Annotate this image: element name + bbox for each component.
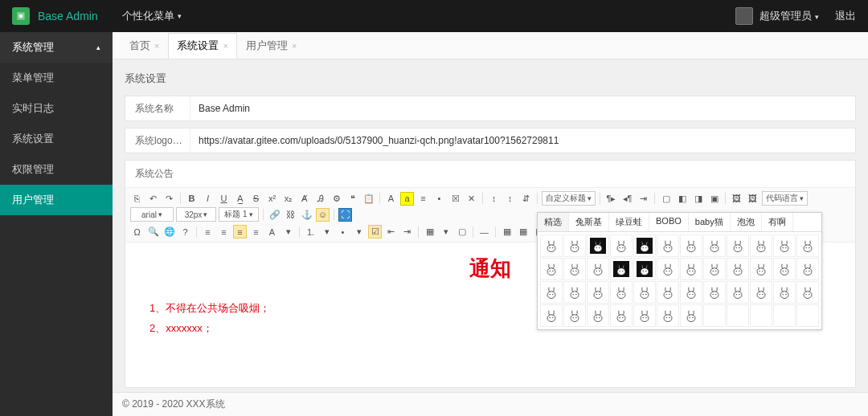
image-right-icon[interactable]: ◨ bbox=[691, 192, 705, 206]
justify-center-icon[interactable]: ≡ bbox=[217, 225, 231, 239]
emotion-item[interactable] bbox=[633, 281, 656, 304]
hr-icon[interactable]: — bbox=[477, 225, 491, 239]
searchreplace-icon[interactable]: 🔍 bbox=[146, 225, 160, 239]
insertimage-icon[interactable]: 🖼 bbox=[746, 192, 760, 206]
emotion-item[interactable] bbox=[633, 258, 656, 280]
emotion-item[interactable] bbox=[563, 235, 586, 257]
fullscreen-icon[interactable]: ⛶ bbox=[338, 208, 352, 222]
content-tab[interactable]: 首页× bbox=[121, 33, 168, 59]
indent-icon[interactable]: ⇥ bbox=[637, 192, 650, 206]
emotion-item[interactable] bbox=[587, 304, 609, 327]
specialchar-icon[interactable]: Ω bbox=[130, 225, 144, 239]
emotion-item[interactable] bbox=[773, 258, 796, 280]
emotion-item[interactable] bbox=[657, 281, 679, 304]
system-name-input[interactable]: Base Admin bbox=[190, 96, 855, 120]
heading-select[interactable]: 标题 1▾ bbox=[219, 207, 259, 222]
sidebar-item[interactable]: 用户管理 bbox=[0, 185, 113, 215]
ol-icon[interactable]: 1. bbox=[304, 225, 317, 239]
unlink-icon[interactable]: ⛓ bbox=[284, 208, 297, 222]
image-none-icon[interactable]: ▢ bbox=[659, 192, 673, 206]
emotion-item[interactable] bbox=[587, 235, 609, 257]
logout-button[interactable]: 退出 bbox=[835, 9, 856, 23]
emotion-item[interactable] bbox=[750, 304, 772, 327]
image-center-icon[interactable]: ▣ bbox=[707, 192, 721, 206]
cell-icon[interactable]: ▦ bbox=[500, 225, 514, 239]
emotion-item[interactable] bbox=[680, 258, 702, 280]
emotion-item[interactable] bbox=[587, 281, 609, 304]
avatar[interactable] bbox=[735, 7, 753, 25]
indent2-icon[interactable]: ⇥ bbox=[400, 225, 414, 239]
sidebar-item[interactable]: 实时日志 bbox=[0, 93, 113, 124]
ul-icon[interactable]: • bbox=[336, 225, 350, 239]
anchor-icon[interactable]: ⚓ bbox=[300, 208, 313, 222]
border-icon[interactable]: ▢ bbox=[455, 225, 469, 239]
emotion-item[interactable] bbox=[610, 258, 633, 280]
justify-right-icon[interactable]: ≡ bbox=[233, 225, 247, 239]
emotion-tab[interactable]: 泡泡 bbox=[731, 213, 762, 231]
emotion-item[interactable] bbox=[727, 304, 749, 327]
content-tab[interactable]: 用户管理× bbox=[237, 33, 305, 59]
ol-drop-icon[interactable]: ▾ bbox=[320, 225, 334, 239]
emotion-item[interactable] bbox=[796, 235, 819, 257]
system-logo-input[interactable]: https://avatar.gitee.com/uploads/0/51379… bbox=[190, 128, 855, 153]
emotion-item[interactable] bbox=[750, 235, 772, 257]
insertunorderedlist-icon[interactable]: • bbox=[432, 192, 446, 206]
emotion-item[interactable] bbox=[633, 304, 656, 327]
emotion-item[interactable] bbox=[540, 281, 563, 304]
selectall-icon[interactable]: ☒ bbox=[448, 192, 462, 206]
close-icon[interactable]: × bbox=[154, 41, 159, 51]
emotion-item[interactable] bbox=[563, 281, 586, 304]
directionalityltr-icon[interactable]: ¶▸ bbox=[604, 192, 618, 206]
emotion-tab[interactable]: baby猫 bbox=[689, 213, 731, 231]
emotion-item[interactable] bbox=[750, 281, 772, 304]
emotion-item[interactable] bbox=[610, 304, 633, 327]
emotion-item[interactable] bbox=[540, 258, 563, 280]
sidebar-item[interactable]: 系统设置 bbox=[0, 124, 113, 154]
emotion-item[interactable] bbox=[563, 304, 586, 327]
blockquote-icon[interactable]: ❝ bbox=[346, 192, 359, 206]
emotion-tab[interactable]: 兔斯基 bbox=[569, 213, 609, 231]
code-lang-select[interactable]: 代码语言▾ bbox=[762, 191, 808, 206]
help-icon[interactable]: ? bbox=[178, 225, 192, 239]
emotion-item[interactable] bbox=[657, 235, 679, 257]
font-family-select[interactable]: arial▾ bbox=[130, 207, 174, 222]
emotion-item[interactable] bbox=[657, 304, 679, 327]
table-drop-icon[interactable]: ▾ bbox=[439, 225, 452, 239]
formatmatch-icon[interactable]: Ꭿ bbox=[313, 192, 327, 206]
emotion-item[interactable] bbox=[563, 258, 586, 280]
emotion-item[interactable] bbox=[610, 235, 633, 257]
brand-title[interactable]: Base Admin bbox=[38, 10, 98, 22]
removeformat-icon[interactable]: Ⱥ bbox=[297, 192, 311, 206]
clear-icon[interactable]: ✕ bbox=[465, 192, 478, 206]
cell-merge-icon[interactable]: ▦ bbox=[516, 225, 530, 239]
emotion-item[interactable] bbox=[703, 258, 726, 280]
emotion-tab[interactable]: BOBO bbox=[649, 213, 689, 231]
font-size-select[interactable]: 32px▾ bbox=[176, 207, 216, 222]
emotion-item[interactable] bbox=[773, 281, 796, 304]
content-tab[interactable]: 系统设置× bbox=[168, 33, 236, 59]
emotion-item[interactable] bbox=[796, 304, 819, 327]
subscript-icon[interactable]: x₂ bbox=[281, 192, 295, 206]
custom-menu-dropdown[interactable]: 个性化菜单 ▾ bbox=[122, 9, 182, 23]
todo-icon[interactable]: ☑ bbox=[368, 225, 382, 239]
emotion-item[interactable] bbox=[750, 258, 772, 280]
superscript-icon[interactable]: x² bbox=[265, 192, 279, 206]
italic-icon[interactable]: I bbox=[201, 192, 215, 206]
emotion-item[interactable] bbox=[773, 304, 796, 327]
rowspacingtop-icon[interactable]: ↕ bbox=[487, 192, 501, 206]
emotion-item[interactable] bbox=[610, 281, 633, 304]
sidebar-item[interactable]: 权限管理 bbox=[0, 154, 113, 185]
emotion-item[interactable] bbox=[703, 304, 726, 327]
emotion-item[interactable] bbox=[587, 258, 609, 280]
ul-drop-icon[interactable]: ▾ bbox=[352, 225, 366, 239]
forecolor-icon[interactable]: A bbox=[384, 192, 398, 206]
sidebar-group-header[interactable]: 系统管理 ▴ bbox=[0, 32, 113, 63]
emotion-item[interactable] bbox=[796, 258, 819, 280]
emotion-tab[interactable]: 有啊 bbox=[762, 213, 793, 231]
emotion-item[interactable] bbox=[773, 235, 796, 257]
source-icon[interactable]: ⎘ bbox=[130, 192, 144, 206]
justify-left-icon[interactable]: ≡ bbox=[201, 225, 215, 239]
directionalityrtl-icon[interactable]: ◂¶ bbox=[620, 192, 634, 206]
emotion-item[interactable] bbox=[727, 258, 749, 280]
pasteplain-icon[interactable]: 📋 bbox=[362, 192, 375, 206]
